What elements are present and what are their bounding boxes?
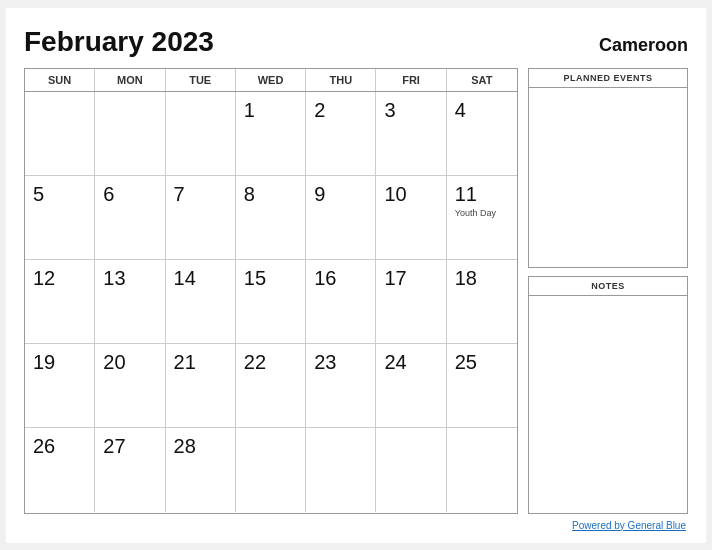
day-number: 26 <box>33 434 86 458</box>
calendar-cell <box>447 428 517 512</box>
day-header-mon: MON <box>95 69 165 91</box>
day-number: 1 <box>244 98 297 122</box>
calendar-page: February 2023 Cameroon SUNMONTUEWEDTHUFR… <box>6 8 706 543</box>
day-number: 6 <box>103 182 156 206</box>
day-number: 24 <box>384 350 437 374</box>
day-number: 28 <box>174 434 227 458</box>
calendar-cell: 20 <box>95 344 165 428</box>
day-header-wed: WED <box>236 69 306 91</box>
calendar-cell <box>376 428 446 512</box>
day-number: 12 <box>33 266 86 290</box>
calendar-cell: 1 <box>236 92 306 176</box>
day-number: 7 <box>174 182 227 206</box>
calendar-cell: 25 <box>447 344 517 428</box>
footer: Powered by General Blue <box>24 520 688 531</box>
calendar-cell <box>306 428 376 512</box>
calendar-cell: 11Youth Day <box>447 176 517 260</box>
calendar-cell: 10 <box>376 176 446 260</box>
calendar-cell: 9 <box>306 176 376 260</box>
day-number: 25 <box>455 350 509 374</box>
notes-title: NOTES <box>529 277 687 296</box>
day-number: 13 <box>103 266 156 290</box>
day-number: 3 <box>384 98 437 122</box>
calendar-cell: 3 <box>376 92 446 176</box>
planned-events-title: PLANNED EVENTS <box>529 69 687 88</box>
calendar-cell: 8 <box>236 176 306 260</box>
day-header-thu: THU <box>306 69 376 91</box>
calendar-cell: 13 <box>95 260 165 344</box>
calendar-cell: 17 <box>376 260 446 344</box>
day-header-sat: SAT <box>447 69 517 91</box>
day-number: 11 <box>455 182 509 206</box>
calendar-cell: 7 <box>166 176 236 260</box>
calendar-cell <box>166 92 236 176</box>
calendar-cell: 26 <box>25 428 95 512</box>
day-headers-row: SUNMONTUEWEDTHUFRISAT <box>25 69 517 92</box>
calendar-cell: 12 <box>25 260 95 344</box>
calendar-cell: 23 <box>306 344 376 428</box>
calendar-cell: 15 <box>236 260 306 344</box>
notes-box: NOTES <box>528 276 688 514</box>
day-number: 9 <box>314 182 367 206</box>
calendar-cell: 18 <box>447 260 517 344</box>
calendar-cell: 5 <box>25 176 95 260</box>
planned-events-content <box>529 88 687 267</box>
day-number: 21 <box>174 350 227 374</box>
day-number: 20 <box>103 350 156 374</box>
day-number: 18 <box>455 266 509 290</box>
calendar-cell: 14 <box>166 260 236 344</box>
day-header-tue: TUE <box>166 69 236 91</box>
powered-by-link[interactable]: Powered by General Blue <box>572 520 686 531</box>
calendar-grid-container: SUNMONTUEWEDTHUFRISAT 1234567891011Youth… <box>24 68 518 514</box>
day-number: 15 <box>244 266 297 290</box>
calendar-grid: 1234567891011Youth Day121314151617181920… <box>25 92 517 513</box>
day-number: 17 <box>384 266 437 290</box>
calendar-cell: 6 <box>95 176 165 260</box>
calendar-cell: 16 <box>306 260 376 344</box>
day-number: 22 <box>244 350 297 374</box>
calendar-cell: 28 <box>166 428 236 512</box>
calendar-cell: 4 <box>447 92 517 176</box>
day-number: 19 <box>33 350 86 374</box>
month-title: February 2023 <box>24 26 214 58</box>
day-header-fri: FRI <box>376 69 446 91</box>
calendar-cell: 24 <box>376 344 446 428</box>
sidebar: PLANNED EVENTS NOTES <box>528 68 688 514</box>
day-number: 16 <box>314 266 367 290</box>
notes-content <box>529 296 687 513</box>
day-number: 14 <box>174 266 227 290</box>
calendar-cell: 27 <box>95 428 165 512</box>
country-label: Cameroon <box>599 35 688 56</box>
day-number: 8 <box>244 182 297 206</box>
day-number: 5 <box>33 182 86 206</box>
calendar-cell: 19 <box>25 344 95 428</box>
calendar-cell: 2 <box>306 92 376 176</box>
event-label: Youth Day <box>455 208 509 219</box>
day-number: 27 <box>103 434 156 458</box>
day-header-sun: SUN <box>25 69 95 91</box>
day-number: 4 <box>455 98 509 122</box>
calendar-cell: 21 <box>166 344 236 428</box>
day-number: 2 <box>314 98 367 122</box>
calendar-cell <box>236 428 306 512</box>
day-number: 23 <box>314 350 367 374</box>
calendar-cell <box>95 92 165 176</box>
calendar-cell: 22 <box>236 344 306 428</box>
page-header: February 2023 Cameroon <box>24 26 688 58</box>
main-content: SUNMONTUEWEDTHUFRISAT 1234567891011Youth… <box>24 68 688 514</box>
day-number: 10 <box>384 182 437 206</box>
planned-events-box: PLANNED EVENTS <box>528 68 688 268</box>
calendar-cell <box>25 92 95 176</box>
